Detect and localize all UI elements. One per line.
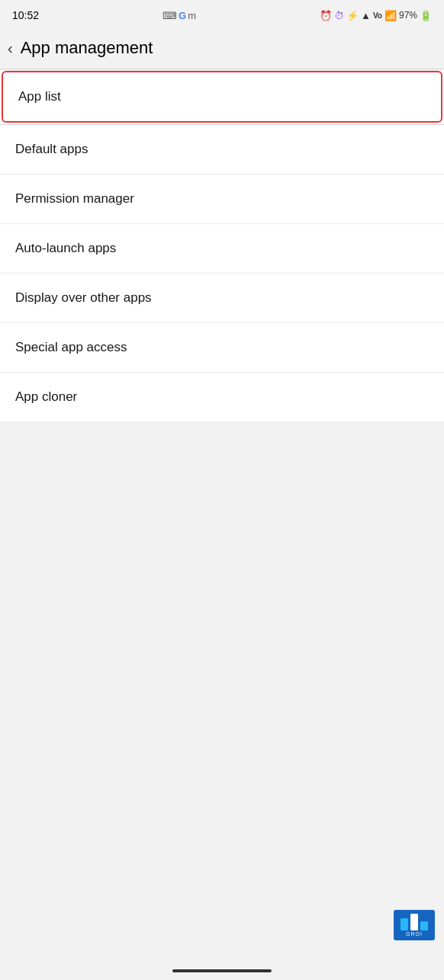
menu-item-label: Permission manager bbox=[15, 191, 134, 206]
watermark-label: GROI bbox=[406, 931, 423, 937]
bar3 bbox=[420, 921, 428, 930]
menu-item-default-apps[interactable]: Default apps bbox=[0, 125, 444, 175]
status-bar: 10:52 ⌨ G m ⏰ ⏱ ⚡ ▲ Vo 📶 97% 🔋 bbox=[0, 0, 444, 27]
signal-icon: 📶 bbox=[384, 10, 397, 21]
menu-item-label: Special app access bbox=[15, 340, 127, 354]
status-icons: ⌨ G m bbox=[162, 10, 196, 21]
menu-item-app-cloner[interactable]: App cloner bbox=[0, 373, 444, 421]
page-header: ‹ App management bbox=[0, 27, 444, 69]
bluetooth-icon: ⚡ bbox=[346, 10, 359, 21]
menu-item-label: Default apps bbox=[15, 142, 88, 156]
menu-item-label: Display over other apps bbox=[15, 290, 152, 305]
menu-item-auto-launch[interactable]: Auto-launch apps bbox=[0, 224, 444, 274]
wifi-icon: ▲ bbox=[361, 10, 371, 21]
keyboard-icon: ⌨ bbox=[162, 10, 177, 21]
menu-item-label: App cloner bbox=[15, 389, 77, 404]
g-icon: G bbox=[179, 10, 186, 21]
menu-item-label: App list bbox=[18, 89, 61, 104]
clock2-icon: ⏱ bbox=[334, 10, 344, 21]
notification-icons: ⌨ G m bbox=[162, 10, 196, 21]
status-time: 10:52 bbox=[12, 9, 39, 21]
watermark-graphic bbox=[401, 914, 428, 930]
bar2 bbox=[410, 914, 418, 930]
watermark-box: GROI bbox=[394, 910, 435, 940]
battery-icon: 🔋 bbox=[420, 10, 432, 21]
mail-icon: m bbox=[188, 10, 196, 21]
menu-item-app-list[interactable]: App list bbox=[2, 71, 442, 123]
home-indicator[interactable] bbox=[172, 969, 272, 972]
menu-item-label: Auto-launch apps bbox=[15, 241, 116, 255]
menu-item-special-access[interactable]: Special app access bbox=[0, 323, 444, 373]
menu-item-permission-manager[interactable]: Permission manager bbox=[0, 175, 444, 224]
page-title: App management bbox=[21, 38, 153, 58]
menu-list: App list Default apps Permission manager… bbox=[0, 71, 444, 421]
bar1 bbox=[401, 918, 408, 930]
menu-item-display-over[interactable]: Display over other apps bbox=[0, 274, 444, 323]
watermark: GROI bbox=[394, 910, 435, 940]
header-divider bbox=[0, 69, 444, 69]
alarm-icon: ⏰ bbox=[320, 10, 332, 21]
status-right-icons: ⏰ ⏱ ⚡ ▲ Vo 📶 97% 🔋 bbox=[320, 10, 432, 21]
back-button[interactable]: ‹ bbox=[8, 40, 13, 57]
battery-percent: 97% bbox=[399, 10, 417, 21]
vowifi-icon: Vo bbox=[373, 11, 382, 20]
